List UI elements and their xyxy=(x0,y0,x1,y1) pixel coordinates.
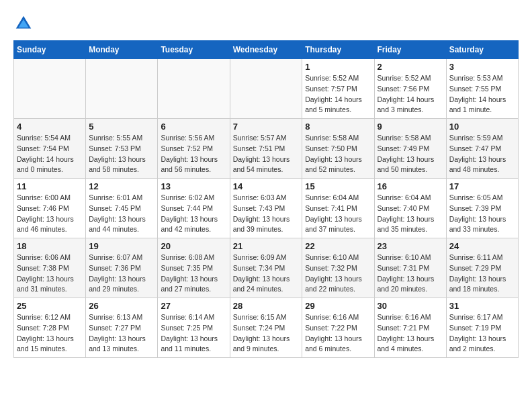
day-info: Sunrise: 5:58 AMSunset: 7:50 PMDaylight:… xyxy=(305,133,371,175)
calendar-cell: 7Sunrise: 5:57 AMSunset: 7:51 PMDaylight… xyxy=(230,119,302,179)
day-info: Sunrise: 6:13 AMSunset: 7:27 PMDaylight:… xyxy=(89,312,154,355)
day-info: Sunrise: 5:55 AMSunset: 7:53 PMDaylight:… xyxy=(89,133,154,175)
calendar-week-row: 1Sunrise: 5:52 AMSunset: 7:57 PMDaylight… xyxy=(14,59,519,119)
calendar-cell xyxy=(230,59,302,119)
day-info: Sunrise: 5:58 AMSunset: 7:49 PMDaylight:… xyxy=(378,133,443,175)
calendar-cell: 3Sunrise: 5:53 AMSunset: 7:55 PMDaylight… xyxy=(446,59,518,119)
day-info: Sunrise: 5:52 AMSunset: 7:56 PMDaylight:… xyxy=(378,73,443,116)
calendar-cell: 26Sunrise: 6:13 AMSunset: 7:27 PMDayligh… xyxy=(86,298,158,358)
day-info: Sunrise: 6:04 AMSunset: 7:40 PMDaylight:… xyxy=(378,193,443,235)
day-number: 14 xyxy=(233,181,300,191)
day-number: 20 xyxy=(161,241,226,251)
weekday-header-wednesday: Wednesday xyxy=(230,41,302,59)
calendar-cell xyxy=(86,59,158,119)
calendar-cell: 22Sunrise: 6:10 AMSunset: 7:32 PMDayligh… xyxy=(302,238,374,298)
logo-icon xyxy=(13,13,34,34)
day-info: Sunrise: 6:12 AMSunset: 7:28 PMDaylight:… xyxy=(17,312,83,355)
calendar-cell: 28Sunrise: 6:15 AMSunset: 7:24 PMDayligh… xyxy=(230,298,302,358)
weekday-header-sunday: Sunday xyxy=(14,41,86,59)
day-number: 25 xyxy=(17,301,83,311)
day-number: 7 xyxy=(233,122,300,132)
logo xyxy=(13,13,37,34)
day-info: Sunrise: 6:03 AMSunset: 7:43 PMDaylight:… xyxy=(233,193,300,235)
page-header xyxy=(13,13,519,34)
calendar-week-row: 4Sunrise: 5:54 AMSunset: 7:54 PMDaylight… xyxy=(14,119,519,179)
day-info: Sunrise: 6:06 AMSunset: 7:38 PMDaylight:… xyxy=(17,253,83,295)
calendar-cell: 14Sunrise: 6:03 AMSunset: 7:43 PMDayligh… xyxy=(230,179,302,238)
day-number: 6 xyxy=(161,122,226,132)
day-info: Sunrise: 6:10 AMSunset: 7:31 PMDaylight:… xyxy=(378,253,443,295)
day-info: Sunrise: 5:53 AMSunset: 7:55 PMDaylight:… xyxy=(449,73,515,116)
calendar-cell: 15Sunrise: 6:04 AMSunset: 7:41 PMDayligh… xyxy=(302,179,374,238)
day-number: 18 xyxy=(17,241,83,251)
calendar-cell: 11Sunrise: 6:00 AMSunset: 7:46 PMDayligh… xyxy=(14,179,86,238)
day-number: 22 xyxy=(305,241,371,251)
calendar-cell: 4Sunrise: 5:54 AMSunset: 7:54 PMDaylight… xyxy=(14,119,86,179)
calendar-cell: 5Sunrise: 5:55 AMSunset: 7:53 PMDaylight… xyxy=(86,119,158,179)
day-number: 8 xyxy=(305,122,371,132)
calendar-cell: 18Sunrise: 6:06 AMSunset: 7:38 PMDayligh… xyxy=(14,238,86,298)
day-info: Sunrise: 6:04 AMSunset: 7:41 PMDaylight:… xyxy=(305,193,371,235)
calendar-cell: 6Sunrise: 5:56 AMSunset: 7:52 PMDaylight… xyxy=(158,119,230,179)
calendar-week-row: 11Sunrise: 6:00 AMSunset: 7:46 PMDayligh… xyxy=(14,179,519,238)
calendar-cell: 21Sunrise: 6:09 AMSunset: 7:34 PMDayligh… xyxy=(230,238,302,298)
day-info: Sunrise: 6:02 AMSunset: 7:44 PMDaylight:… xyxy=(161,193,226,235)
day-info: Sunrise: 6:14 AMSunset: 7:25 PMDaylight:… xyxy=(161,312,226,355)
day-info: Sunrise: 5:57 AMSunset: 7:51 PMDaylight:… xyxy=(233,133,300,175)
calendar-cell: 1Sunrise: 5:52 AMSunset: 7:57 PMDaylight… xyxy=(302,59,374,119)
calendar-cell xyxy=(14,59,86,119)
weekday-header-monday: Monday xyxy=(86,41,158,59)
calendar-header-row: SundayMondayTuesdayWednesdayThursdayFrid… xyxy=(14,41,519,59)
day-number: 3 xyxy=(449,62,515,72)
day-info: Sunrise: 6:05 AMSunset: 7:39 PMDaylight:… xyxy=(449,193,515,235)
weekday-header-friday: Friday xyxy=(374,41,446,59)
day-number: 28 xyxy=(233,301,300,311)
calendar-week-row: 25Sunrise: 6:12 AMSunset: 7:28 PMDayligh… xyxy=(14,298,519,358)
calendar-cell: 25Sunrise: 6:12 AMSunset: 7:28 PMDayligh… xyxy=(14,298,86,358)
day-info: Sunrise: 6:17 AMSunset: 7:19 PMDaylight:… xyxy=(449,312,515,355)
day-number: 21 xyxy=(233,241,300,251)
calendar-cell: 12Sunrise: 6:01 AMSunset: 7:45 PMDayligh… xyxy=(86,179,158,238)
day-number: 30 xyxy=(378,301,443,311)
weekday-header-saturday: Saturday xyxy=(446,41,518,59)
calendar-cell: 27Sunrise: 6:14 AMSunset: 7:25 PMDayligh… xyxy=(158,298,230,358)
calendar-cell: 23Sunrise: 6:10 AMSunset: 7:31 PMDayligh… xyxy=(374,238,446,298)
day-info: Sunrise: 6:11 AMSunset: 7:29 PMDaylight:… xyxy=(449,253,515,295)
calendar-week-row: 18Sunrise: 6:06 AMSunset: 7:38 PMDayligh… xyxy=(14,238,519,298)
day-number: 24 xyxy=(449,241,515,251)
day-number: 4 xyxy=(17,122,83,132)
day-number: 26 xyxy=(89,301,154,311)
day-info: Sunrise: 5:59 AMSunset: 7:47 PMDaylight:… xyxy=(449,133,515,175)
day-number: 16 xyxy=(378,181,443,191)
calendar-cell: 9Sunrise: 5:58 AMSunset: 7:49 PMDaylight… xyxy=(374,119,446,179)
day-info: Sunrise: 6:01 AMSunset: 7:45 PMDaylight:… xyxy=(89,193,154,235)
weekday-header-thursday: Thursday xyxy=(302,41,374,59)
day-number: 11 xyxy=(17,181,83,191)
calendar-cell xyxy=(158,59,230,119)
weekday-header-tuesday: Tuesday xyxy=(158,41,230,59)
day-info: Sunrise: 5:52 AMSunset: 7:57 PMDaylight:… xyxy=(305,73,371,116)
day-info: Sunrise: 6:07 AMSunset: 7:36 PMDaylight:… xyxy=(89,253,154,295)
day-number: 27 xyxy=(161,301,226,311)
day-number: 31 xyxy=(449,301,515,311)
calendar-cell: 2Sunrise: 5:52 AMSunset: 7:56 PMDaylight… xyxy=(374,59,446,119)
calendar-cell: 19Sunrise: 6:07 AMSunset: 7:36 PMDayligh… xyxy=(86,238,158,298)
day-info: Sunrise: 6:09 AMSunset: 7:34 PMDaylight:… xyxy=(233,253,300,295)
day-number: 12 xyxy=(89,181,154,191)
calendar-cell: 13Sunrise: 6:02 AMSunset: 7:44 PMDayligh… xyxy=(158,179,230,238)
day-number: 19 xyxy=(89,241,154,251)
calendar-cell: 10Sunrise: 5:59 AMSunset: 7:47 PMDayligh… xyxy=(446,119,518,179)
day-info: Sunrise: 5:54 AMSunset: 7:54 PMDaylight:… xyxy=(17,133,83,175)
day-info: Sunrise: 5:56 AMSunset: 7:52 PMDaylight:… xyxy=(161,133,226,175)
day-number: 29 xyxy=(305,301,371,311)
day-info: Sunrise: 6:10 AMSunset: 7:32 PMDaylight:… xyxy=(305,253,371,295)
day-number: 23 xyxy=(378,241,443,251)
day-info: Sunrise: 6:16 AMSunset: 7:21 PMDaylight:… xyxy=(378,312,443,355)
calendar-cell: 29Sunrise: 6:16 AMSunset: 7:22 PMDayligh… xyxy=(302,298,374,358)
calendar-cell: 24Sunrise: 6:11 AMSunset: 7:29 PMDayligh… xyxy=(446,238,518,298)
day-number: 17 xyxy=(449,181,515,191)
day-number: 13 xyxy=(161,181,226,191)
day-number: 2 xyxy=(378,62,443,72)
calendar-cell: 16Sunrise: 6:04 AMSunset: 7:40 PMDayligh… xyxy=(374,179,446,238)
day-number: 15 xyxy=(305,181,371,191)
